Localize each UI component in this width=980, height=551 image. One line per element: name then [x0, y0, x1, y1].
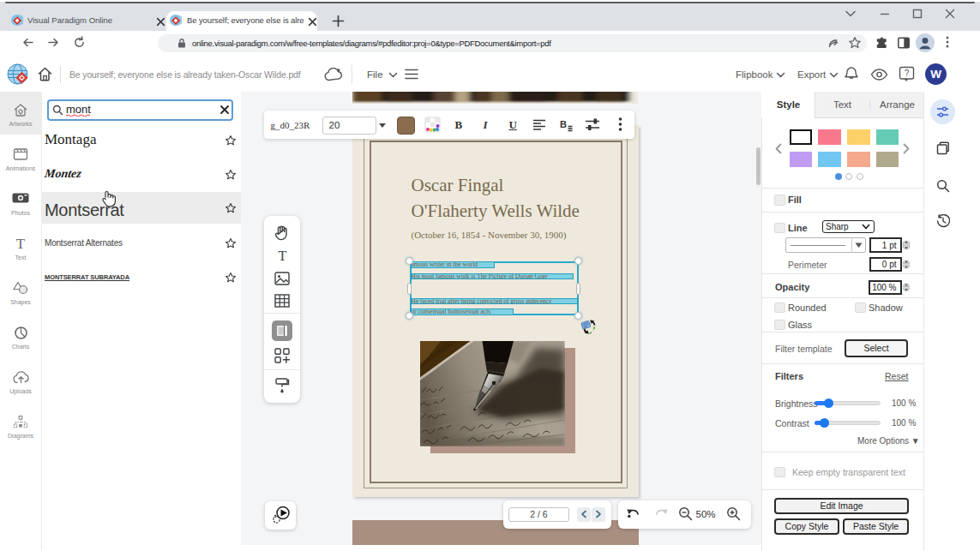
svg-text:B: B — [560, 119, 567, 129]
svg-text:?: ? — [905, 69, 910, 78]
